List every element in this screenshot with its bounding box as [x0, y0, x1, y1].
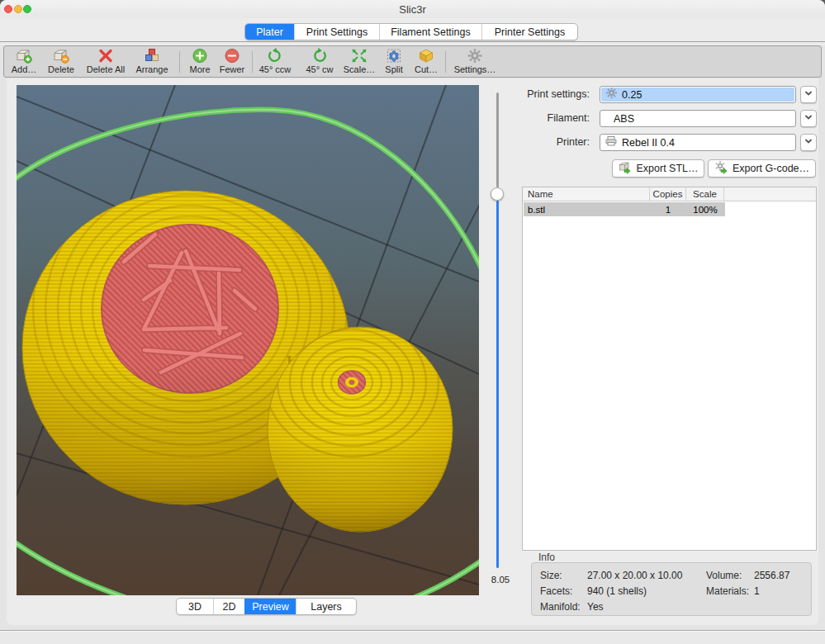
size-label: Size: — [540, 570, 562, 581]
printer-value: Rebel II 0.4 — [622, 137, 675, 149]
tab-printer-settings[interactable]: Printer Settings — [481, 24, 577, 40]
split-label: Split — [385, 64, 402, 75]
settings-label: Settings… — [454, 64, 496, 75]
toolbar-separator — [252, 51, 253, 73]
column-header-name: Name — [523, 187, 650, 201]
gear-icon — [466, 47, 484, 64]
export-stl-icon — [618, 160, 632, 177]
add-label: Add… — [12, 64, 37, 75]
split-dots-icon — [385, 47, 403, 64]
view-mode-tabs: 3D 2D Preview Layers — [176, 598, 357, 615]
scale-label: Scale… — [344, 64, 376, 75]
export-stl-label: Export STL… — [636, 163, 698, 174]
titlebar[interactable]: Slic3r — [0, 0, 825, 18]
layer-slider-track-lower[interactable] — [496, 201, 499, 568]
volume-value: 2556.87 — [754, 570, 789, 581]
info-section-title: Info — [538, 552, 555, 563]
export-gcode-icon — [714, 160, 728, 177]
size-value: 27.00 x 20.00 x 10.00 — [587, 570, 682, 581]
main-tab-bar: Plater Print Settings Filament Settings … — [244, 23, 578, 40]
printer-dropdown-button[interactable] — [800, 134, 817, 151]
filament-value: ABS — [614, 113, 634, 125]
filament-dropdown-button[interactable] — [800, 110, 817, 127]
facets-label: Facets: — [540, 585, 572, 597]
arrange-button[interactable]: Arrange — [130, 47, 174, 77]
delete-all-button[interactable]: Delete All — [80, 47, 131, 77]
add-box-icon — [15, 47, 33, 64]
delete-button[interactable]: Delete — [42, 47, 80, 77]
chevron-down-icon — [803, 135, 814, 150]
tab-filament-settings[interactable]: Filament Settings — [379, 24, 481, 40]
delete-all-x-icon — [97, 47, 115, 64]
materials-value: 1 — [754, 585, 760, 597]
app-window: Slic3r Plater Print Settings Filament Se… — [0, 0, 825, 644]
view-tab-2d[interactable]: 2D — [213, 599, 244, 614]
layer-slider-thumb[interactable] — [491, 187, 504, 201]
object-list-header: Name Copies Scale — [523, 187, 816, 201]
column-header-scale: Scale — [686, 187, 724, 201]
object-list[interactable]: Name Copies Scale b.stl 1 100% — [522, 187, 817, 551]
print-settings-dropdown-button[interactable] — [800, 86, 817, 103]
delete-all-label: Delete All — [87, 64, 125, 75]
delete-label: Delete — [48, 64, 74, 75]
export-stl-button[interactable]: Export STL… — [612, 159, 704, 178]
fewer-label: Fewer — [220, 64, 245, 75]
rotate-cw-button[interactable]: 45° cw — [300, 47, 339, 77]
cut-box-icon — [417, 47, 435, 64]
chevron-down-icon — [803, 88, 814, 102]
split-button[interactable]: Split — [379, 47, 409, 77]
layer-slider-value: 8.05 — [482, 575, 519, 585]
preset-gear-icon — [605, 87, 618, 102]
export-gcode-button[interactable]: Export G-code… — [708, 159, 816, 178]
print-settings-label: Print settings: — [495, 88, 590, 101]
settings-button[interactable]: Settings… — [448, 47, 501, 77]
add-button[interactable]: Add… — [7, 47, 40, 77]
rotate-cw-label: 45° cw — [306, 64, 333, 75]
facets-value: 940 (1 shells) — [587, 585, 647, 597]
cut-button[interactable]: Cut… — [410, 47, 442, 77]
more-label: More — [189, 64, 210, 75]
tab-strip-divider — [0, 41, 825, 42]
tab-print-settings[interactable]: Print Settings — [294, 24, 379, 40]
toolbar: Add… Delete Delete All Arrange — [3, 45, 822, 78]
toolbar-separator — [445, 51, 446, 73]
printer-combo[interactable]: Rebel II 0.4 — [600, 134, 796, 151]
rotate-ccw-icon — [266, 47, 284, 64]
cut-label: Cut… — [415, 64, 438, 75]
fewer-button[interactable]: Fewer — [216, 47, 249, 77]
print-settings-combo[interactable]: 0.25 — [600, 86, 796, 103]
toolbar-separator — [179, 51, 180, 73]
fewer-minus-icon — [223, 47, 241, 64]
table-row[interactable]: b.stl 1 100% — [524, 202, 725, 216]
column-header-filler — [724, 187, 816, 201]
cell-name: b.stl — [524, 202, 650, 216]
viewport-3d-canvas[interactable] — [17, 85, 479, 595]
rotate-ccw-button[interactable]: 45° ccw — [255, 47, 295, 77]
view-tab-3d[interactable]: 3D — [177, 599, 213, 614]
window-title: Slic3r — [0, 3, 825, 16]
window-bottom-strip — [0, 632, 825, 644]
view-tab-preview[interactable]: Preview — [244, 599, 296, 614]
materials-label: Materials: — [706, 585, 749, 597]
tab-plater[interactable]: Plater — [245, 24, 294, 40]
info-box: Size: 27.00 x 20.00 x 10.00 Volume: 2556… — [531, 562, 812, 616]
printer-label: Printer: — [495, 136, 590, 149]
printer-icon — [605, 135, 618, 150]
scale-button[interactable]: Scale… — [341, 47, 377, 77]
viewport-3d[interactable] — [17, 85, 479, 595]
print-settings-value: 0.25 — [622, 89, 642, 101]
rotate-ccw-label: 45° ccw — [259, 64, 292, 75]
arrange-label: Arrange — [135, 64, 168, 75]
arrange-cubes-icon — [143, 47, 161, 64]
filament-combo[interactable]: ABS — [600, 110, 796, 127]
rotate-cw-icon — [311, 47, 329, 64]
manifold-label: Manifold: — [540, 601, 581, 613]
cell-copies: 1 — [650, 202, 686, 216]
view-tab-layers[interactable]: Layers — [296, 599, 356, 614]
filament-label: Filament: — [495, 112, 590, 125]
more-button[interactable]: More — [184, 47, 216, 77]
volume-label: Volume: — [706, 570, 742, 581]
chevron-down-icon — [803, 111, 814, 126]
delete-box-icon — [52, 47, 70, 64]
scale-arrows-icon — [350, 47, 368, 64]
